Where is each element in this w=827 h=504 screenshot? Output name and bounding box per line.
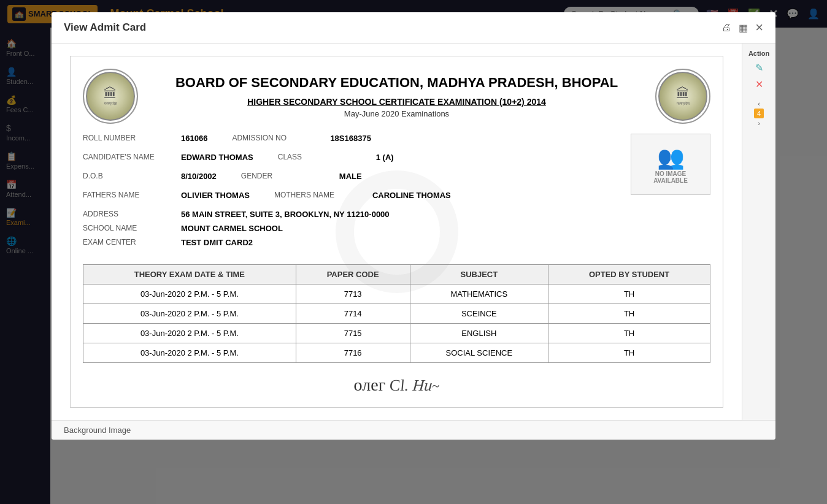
cell-opted-3: TH <box>548 324 710 343</box>
logo-emblem-right: 🏛 मध्यप्रदेश <box>658 72 707 121</box>
cell-subject-3: ENGLISH <box>410 324 548 343</box>
fathers-name-value: OLIVIER THOMAS <box>181 191 250 200</box>
exam-center-row: EXAM CENTER TEST DMIT CARD2 <box>83 238 618 247</box>
cell-date-1: 03-Jun-2020 2 P.M. - 5 P.M. <box>83 284 296 304</box>
page-prev-btn[interactable]: ‹ <box>758 100 760 107</box>
class-value: 1 (A) <box>376 153 394 162</box>
mothers-name-row: MOTHERS NAME CAROLINE THOMAS <box>274 191 451 200</box>
edit-action-button[interactable]: ✎ <box>755 62 763 74</box>
background-image-label: Background Image <box>64 426 131 435</box>
admit-card-modal: View Admit Card 🖨 ▦ × <box>52 12 775 440</box>
modal-body: 🏛 मध्यप्रदेश BOARD OF SECONDARY EDUCATIO… <box>52 44 742 420</box>
gender-row: GENDER MALE <box>241 172 362 181</box>
modal-header: View Admit Card 🖨 ▦ × <box>52 12 775 44</box>
admit-header: 🏛 मध्यप्रदेश BOARD OF SECONDARY EDUCATIO… <box>83 69 710 124</box>
table-row: 03-Jun-2020 2 P.M. - 5 P.M. 7714 SCEINCE… <box>83 304 710 324</box>
col-header-opted: OPTED BY STUDENT <box>548 265 710 284</box>
admit-card: 🏛 मध्यप्रदेश BOARD OF SECONDARY EDUCATIO… <box>70 56 723 408</box>
cell-subject-1: MATHEMATICS <box>410 284 548 304</box>
signature: олег <box>354 375 390 394</box>
mothers-name-value: CAROLINE THOMAS <box>372 191 451 200</box>
dob-label: D.O.B <box>83 172 181 181</box>
action-label: Action <box>748 50 769 57</box>
cell-opted-1: TH <box>548 284 710 304</box>
exam-center-value: TEST DMIT CARD2 <box>181 238 253 247</box>
pagination-section: ‹ 4 › <box>754 100 764 127</box>
no-image-person-icon: 👥 <box>657 145 685 170</box>
admission-no-value: 18S168375 <box>330 134 371 143</box>
board-logo-left: 🏛 मध्यप्रदेश <box>83 69 138 124</box>
board-title: BOARD OF SECONDARY EDUCATION, MADHYA PRA… <box>150 74 643 92</box>
cell-code-4: 7716 <box>296 343 410 363</box>
table-row: 03-Jun-2020 2 P.M. - 5 P.M. 7715 ENGLISH… <box>83 324 710 343</box>
dob-row: D.O.B 8/10/2002 <box>83 172 217 181</box>
table-row: 03-Jun-2020 2 P.M. - 5 P.M. 7716 SOCIAL … <box>83 343 710 363</box>
gender-value: MALE <box>339 172 362 181</box>
modal-overlay: View Admit Card 🖨 ▦ × <box>0 0 827 504</box>
admission-no-label: ADMISSION NO <box>232 134 330 143</box>
exam-table-body: 03-Jun-2020 2 P.M. - 5 P.M. 7713 MATHEMA… <box>83 284 710 363</box>
fathers-name-label: FATHERS NAME <box>83 191 181 200</box>
signature-text: Cl. Hu~ <box>389 376 440 395</box>
student-photo: 👥 NO IMAGEAVAILABLE <box>631 134 710 195</box>
page-next-btn[interactable]: › <box>758 120 760 127</box>
logo-text-right: मध्यप्रदेश <box>677 102 690 106</box>
info-left: ROLL NUMBER 161066 ADMISSION NO 18S16837… <box>83 134 618 252</box>
delete-action-button[interactable]: ✕ <box>755 78 763 90</box>
cell-subject-2: SCEINCE <box>410 304 548 324</box>
address-row: ADDRESS 56 MAIN STREET, SUITE 3, BROOKLY… <box>83 210 618 219</box>
candidate-name-label: CANDIDATE'S NAME <box>83 153 181 162</box>
address-label: ADDRESS <box>83 210 181 219</box>
board-logo-right: 🏛 मध्यप्रदेश <box>655 69 710 124</box>
logo-emblem-icon-left: 🏛 <box>104 86 117 102</box>
modal-close-button[interactable]: × <box>755 21 763 34</box>
school-name-row: SCHOOL NAME MOUNT CARMEL SCHOOL <box>83 224 618 233</box>
page-current: 4 <box>754 109 764 118</box>
logo-emblem-left: 🏛 मध्यप्रदेश <box>86 72 135 121</box>
class-row: CLASS 1 (A) <box>278 153 394 162</box>
school-name-row-label: SCHOOL NAME <box>83 224 181 233</box>
candidate-name-value: EDWARD THOMAS <box>181 153 253 162</box>
dob-value: 8/10/2002 <box>181 172 217 181</box>
modal-layout-icon[interactable]: ▦ <box>739 22 748 34</box>
exam-subtitle: May-June 2020 Examinations <box>150 109 643 118</box>
logo-text-left: मध्यप्रदेश <box>104 102 117 106</box>
action-panel: Action ✎ ✕ ‹ 4 › <box>742 44 775 420</box>
admit-title-section: BOARD OF SECONDARY EDUCATION, MADHYA PRA… <box>138 74 655 118</box>
info-section: ROLL NUMBER 161066 ADMISSION NO 18S16837… <box>83 134 710 252</box>
cell-date-4: 03-Jun-2020 2 P.M. - 5 P.M. <box>83 343 296 363</box>
class-label: CLASS <box>278 153 376 162</box>
mothers-name-label: MOTHERS NAME <box>274 191 372 200</box>
col-header-date: THEORY EXAM DATE & TIME <box>83 265 296 284</box>
cell-date-2: 03-Jun-2020 2 P.M. - 5 P.M. <box>83 304 296 324</box>
no-image-text: NO IMAGEAVAILABLE <box>653 170 688 184</box>
gender-label: GENDER <box>241 172 339 181</box>
cell-opted-4: TH <box>548 343 710 363</box>
admission-no-row: ADMISSION NO 18S168375 <box>232 134 371 143</box>
modal-bottom-bar: Background Image <box>52 420 775 440</box>
roll-number-label: ROLL NUMBER <box>83 134 181 143</box>
school-name-row-value: MOUNT CARMEL SCHOOL <box>181 224 283 233</box>
exam-title: HIGHER SECONDARY SCHOOL CERTIFICATE EXAM… <box>150 97 643 107</box>
modal-print-icon[interactable]: 🖨 <box>721 22 731 33</box>
exam-center-label: EXAM CENTER <box>83 238 181 247</box>
cell-subject-4: SOCIAL SCIENCE <box>410 343 548 363</box>
cell-code-3: 7715 <box>296 324 410 343</box>
cell-code-2: 7714 <box>296 304 410 324</box>
modal-title: View Admit Card <box>64 21 146 34</box>
cell-opted-2: TH <box>548 304 710 324</box>
cell-date-3: 03-Jun-2020 2 P.M. - 5 P.M. <box>83 324 296 343</box>
address-value: 56 MAIN STREET, SUITE 3, BROOKLYN, NY 11… <box>181 210 390 219</box>
roll-number-row: ROLL NUMBER 161066 <box>83 134 207 143</box>
logo-emblem-icon-right: 🏛 <box>676 86 690 102</box>
fathers-name-row: FATHERS NAME OLIVIER THOMAS <box>83 191 250 200</box>
signature-section: олег Cl. Hu~ <box>83 375 710 395</box>
candidate-name-row: CANDIDATE'S NAME EDWARD THOMAS <box>83 153 253 162</box>
roll-number-value: 161066 <box>181 134 207 143</box>
